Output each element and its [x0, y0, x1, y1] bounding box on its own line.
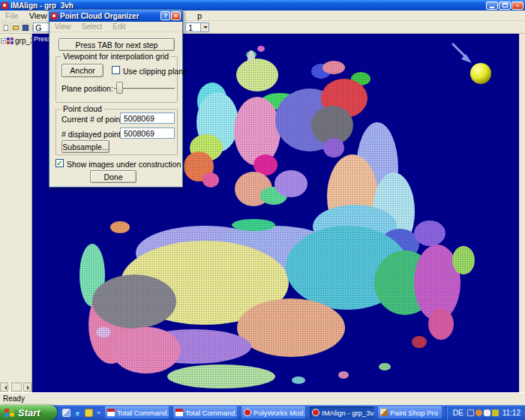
dialog-title: Point Cloud Organizer: [60, 12, 140, 20]
group-icon: [7, 38, 14, 44]
imalign-app-icon: [2, 2, 8, 9]
press-tab-button[interactable]: Press TAB for next step: [58, 38, 175, 51]
dialog-menu-edit[interactable]: Edit: [107, 22, 130, 32]
task-paint-shop-pro[interactable]: Paint Shop Pro: [378, 406, 442, 418]
displayed-points-field[interactable]: 5008069: [120, 128, 175, 139]
menu-item-fragment[interactable]: p: [197, 10, 202, 21]
show-images-checkbox[interactable]: ✓: [56, 159, 64, 167]
show-images-label: Show images under construction: [67, 160, 181, 169]
dialog-menubar: View Select Edit: [50, 22, 182, 32]
status-text: Ready: [3, 394, 25, 403]
close-button[interactable]: ×: [512, 2, 524, 10]
dialog-close-button[interactable]: ×: [171, 11, 181, 20]
window-title: IMAlign - grp_3vh: [10, 2, 74, 10]
total-commander-icon: [107, 409, 115, 416]
viewpoint-group-title: Viewpoint for interpolation grid: [61, 52, 171, 61]
chevron-more-icon[interactable]: »: [97, 409, 100, 416]
scroll-left-icon[interactable]: [0, 382, 8, 392]
current-points-field[interactable]: 5008069: [120, 112, 175, 124]
taskbar: Start e » Total Command... Total Command…: [0, 405, 525, 420]
dialog-help-button[interactable]: ?: [160, 11, 170, 20]
dialog-menu-select[interactable]: Select: [76, 22, 108, 32]
slider-thumb[interactable]: [116, 82, 123, 94]
layer-combo[interactable]: 1: [185, 22, 209, 32]
status-bar: Ready: [0, 392, 525, 405]
save-icon[interactable]: [21, 22, 30, 32]
language-indicator[interactable]: DE: [453, 409, 464, 417]
restore-button[interactable]: [499, 2, 511, 10]
task-total-commander-2[interactable]: Total Command...: [173, 406, 237, 418]
displayed-points-label: # displayed points:: [62, 130, 127, 139]
done-button[interactable]: Done: [90, 170, 136, 183]
use-clipping-plane-label: Use clipping plane: [123, 67, 188, 76]
point-cloud-organizer-dialog: Point Cloud Organizer ? × View Select Ed…: [49, 9, 183, 188]
chevron-down-icon[interactable]: [200, 23, 208, 32]
model-tree-panel: grp_3: [0, 34, 32, 392]
internet-explorer-icon[interactable]: e: [74, 409, 82, 417]
menu-file[interactable]: File: [0, 10, 24, 21]
subsample-button[interactable]: Subsample...: [62, 140, 110, 153]
tree-collapse-icon[interactable]: [1, 38, 6, 44]
dialog-menu-view[interactable]: View: [50, 22, 76, 32]
start-label: Start: [18, 407, 40, 418]
quick-launch-icon[interactable]: [85, 409, 93, 417]
new-icon[interactable]: [2, 22, 10, 32]
mouse-tray-icon[interactable]: [484, 410, 490, 416]
task-polyworks[interactable]: PolyWorks Mod...: [242, 406, 305, 418]
windows-flag-icon: [4, 408, 15, 418]
tree-item-grp3vh[interactable]: grp_3: [1, 37, 32, 45]
total-commander-icon: [176, 409, 183, 416]
minimize-button[interactable]: [486, 2, 498, 10]
clock[interactable]: 11:12: [502, 409, 520, 417]
volume-tray-icon[interactable]: [476, 410, 482, 416]
task-imalign-active[interactable]: IMAlign - grp_3vh: [310, 406, 374, 418]
imalign-icon: [312, 409, 320, 416]
plane-position-label: Plane position:: [62, 84, 113, 93]
menu-view[interactable]: View: [24, 10, 52, 21]
dialog-app-icon: [51, 13, 58, 20]
scrollbar-thumb[interactable]: [11, 382, 22, 392]
task-total-commander-1[interactable]: Total Command...: [105, 406, 169, 418]
display-tray-icon[interactable]: [467, 410, 474, 416]
dialog-titlebar[interactable]: Point Cloud Organizer ? ×: [50, 10, 182, 22]
anchor-button[interactable]: Anchor: [62, 64, 104, 77]
update-tray-icon[interactable]: [492, 410, 499, 416]
start-button[interactable]: Start: [0, 405, 57, 420]
system-tray: DE 11:12: [446, 405, 525, 420]
show-desktop-icon[interactable]: [62, 409, 70, 417]
polyworks-icon: [244, 409, 251, 416]
open-icon[interactable]: [11, 22, 20, 32]
use-clipping-plane-checkbox[interactable]: [112, 66, 120, 74]
current-points-label: Current # of points:: [62, 115, 128, 124]
window-right-frame: [519, 34, 525, 392]
plane-position-slider[interactable]: [114, 88, 175, 89]
paint-shop-pro-icon: [380, 409, 388, 416]
quick-launch-bar: e »: [62, 409, 100, 417]
point-cloud-group-title: Point cloud: [61, 104, 104, 113]
scroll-right-icon[interactable]: [23, 382, 32, 392]
tree-horizontal-scrollbar[interactable]: [0, 382, 32, 392]
toolbar-combo-fragment[interactable]: G: [33, 22, 50, 32]
tree-item-label: grp_3: [15, 37, 32, 45]
